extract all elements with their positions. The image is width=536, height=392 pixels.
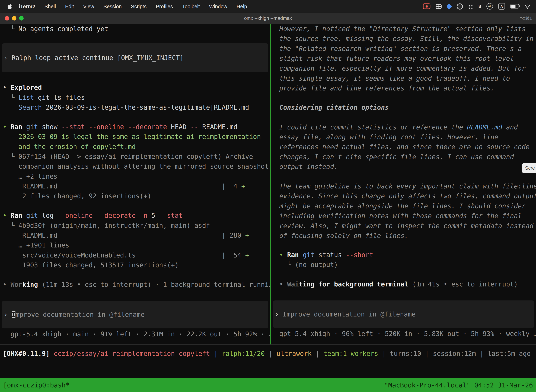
- waiting-indicator: • Waiting for background terminal (1m 41…: [271, 279, 536, 289]
- menu-item-toolbelt[interactable]: Toolbelt: [182, 3, 200, 9]
- terminal-line: including verification notes with those …: [271, 211, 536, 221]
- menu-item-session[interactable]: Session: [103, 3, 122, 9]
- terminal-line: changes, I can't cite specific file line…: [271, 152, 536, 162]
- window-shortcut-badge: ⌥⌘1: [520, 13, 532, 24]
- terminal-line: and-the-erosion-of-copyleft.md: [0, 142, 270, 152]
- terminal-line: of focusing solely on file lines.: [271, 231, 536, 241]
- raycast-icon[interactable]: [446, 3, 452, 9]
- agent-pane-right: However, I noticed the "Directory Struct…: [271, 24, 536, 344]
- spacer: [271, 270, 536, 279]
- terminal-line: the source tree, missing the essay. Stil…: [271, 34, 536, 44]
- terminal-line: • Explored: [0, 83, 270, 92]
- terminal-line: └ 067f154 (HEAD -> essay/ai-reimplementa…: [0, 152, 270, 161]
- window-title-bar: omx --xhigh --madmax ⌥⌘1: [0, 13, 536, 24]
- terminal-line: README.md | 280 +: [0, 230, 270, 240]
- tmux-status-bar: [omx-cczip0:bash* "MacBook-Pro-44.local"…: [0, 378, 536, 392]
- terminal-line: review. Also, I might want to inspect th…: [271, 221, 536, 231]
- spacer: [0, 34, 270, 43]
- spacer: [271, 172, 536, 181]
- close-button[interactable]: [5, 16, 9, 20]
- menu-item-help[interactable]: Help: [237, 3, 247, 9]
- zoom-button[interactable]: [19, 16, 24, 20]
- spacer: [0, 289, 270, 301]
- session-status-left: gpt-5.4 xhigh · main · 91% left · 2.31M …: [0, 329, 270, 339]
- spacer: [271, 289, 536, 300]
- terminal-line: slight risk that future readers may over…: [271, 54, 536, 63]
- agent-pane-left: └ No agents completed yet› Ralph loop ac…: [0, 24, 270, 344]
- battery-fill: [511, 5, 515, 8]
- spacer: [271, 112, 536, 122]
- battery-gauge-icon[interactable]: 61: [486, 3, 493, 9]
- screen: iTerm2ShellEditViewSessionScriptsProfile…: [0, 0, 536, 392]
- command-input-right[interactable]: › Improve documentation in @filename: [273, 300, 534, 328]
- terminal-line: └ List git ls-files: [0, 93, 270, 103]
- battery-nub: [519, 5, 520, 7]
- terminal-line: … +2 lines: [0, 171, 270, 181]
- terminal-line: provide file and line references from th…: [271, 83, 536, 93]
- spacer: [0, 112, 270, 122]
- battery-gauge-value: 61: [488, 5, 491, 8]
- terminal-line: this single essay, it seems like a good …: [271, 73, 536, 83]
- terminal-line: README.md | 4 +: [0, 181, 270, 191]
- terminal-line: references need actual files, and since …: [271, 142, 536, 152]
- menu-status-icons: 8 61 A: [423, 3, 531, 9]
- menu-item-edit[interactable]: Edit: [65, 3, 74, 9]
- terminal-line: The team guideline is to back every impo…: [271, 181, 536, 191]
- wifi-icon[interactable]: [524, 4, 531, 9]
- omx-status-bar: [OMX#0.11.9] cczip/essay/ai-reimplementa…: [3, 349, 531, 359]
- tmux-session-name: [omx-cczip0:bash*: [3, 378, 69, 392]
- pane-divider[interactable]: [270, 24, 271, 344]
- menu-item-iterm2[interactable]: iTerm2: [19, 3, 35, 9]
- menu-item-scripts[interactable]: Scripts: [131, 3, 147, 9]
- menu-bar: iTerm2ShellEditViewSessionScriptsProfile…: [0, 0, 536, 13]
- terminal-line: essay file, along with finding root file…: [271, 132, 536, 142]
- terminal-line: • Ran git status --short: [271, 250, 536, 260]
- disc-icon[interactable]: [457, 3, 463, 9]
- working-indicator: • Working (11m 13s • esc to interrupt) ·…: [0, 280, 270, 289]
- tmux-host-clock: "MacBook-Pro-44.local" 04:52 31-Mar-26: [384, 378, 533, 392]
- terminal-line: └ No agents completed yet: [0, 24, 270, 34]
- menu-item-profiles[interactable]: Profiles: [156, 3, 173, 9]
- spacer: [0, 201, 270, 210]
- terminal-line: Search 2026-03-09-is-legal-the-same-as-l…: [0, 103, 270, 112]
- terminal-line: └ 4b9d30f (origin/main, instructkr/main,…: [0, 221, 270, 230]
- terminal-line: 2026-03-09-is-legal-the-same-as-legitima…: [0, 132, 270, 142]
- terminal-line: might be acceptable alongside the file l…: [271, 201, 536, 211]
- menu-item-shell[interactable]: Shell: [44, 3, 56, 9]
- spacer: [0, 72, 270, 83]
- terminal-line: 1903 files changed, 513517 insertions(+): [0, 260, 270, 270]
- screen-recording-icon[interactable]: [423, 3, 430, 9]
- apple-menu-icon[interactable]: [7, 3, 12, 9]
- grid-icon[interactable]: [436, 4, 442, 9]
- stats-icon[interactable]: 8: [479, 4, 481, 9]
- traffic-lights: [5, 16, 24, 20]
- terminal-line: companion analysis without altering the …: [0, 161, 270, 171]
- window-title: omx --xhigh --madmax: [0, 13, 536, 24]
- menu-item-window[interactable]: Window: [209, 3, 227, 9]
- minimize-button[interactable]: [12, 16, 16, 20]
- record-dot-icon: [426, 5, 428, 7]
- battery-icon[interactable]: [510, 4, 519, 9]
- terminal-line: evidence. Since this change only affects…: [271, 191, 536, 201]
- terminal-line: output instead.: [271, 162, 536, 172]
- terminal-line: However, I noticed the "Directory Struct…: [271, 24, 536, 34]
- screen-share-button[interactable]: Scre: [522, 163, 536, 173]
- terminal-line: the "Related research writing" section i…: [271, 44, 536, 54]
- terminal-line: 2 files changed, 92 insertions(+): [0, 191, 270, 201]
- menu-item-view[interactable]: View: [83, 3, 94, 9]
- terminal-line: … +1901 lines: [0, 240, 270, 250]
- spacer: [0, 270, 270, 280]
- spacer: [271, 241, 536, 250]
- status-divider: [0, 344, 536, 345]
- terminal-line: └ (no output): [271, 260, 536, 270]
- ralph-loop-banner: › Ralph loop active continue [OMX_TMUX_I…: [2, 43, 268, 72]
- command-input-left[interactable]: › Improve documentation in @filename: [2, 301, 268, 328]
- terminal: └ No agents completed yet› Ralph loop ac…: [0, 24, 536, 392]
- terminal-line: companion file, especially if more comme…: [271, 64, 536, 73]
- menu-items: iTerm2ShellEditViewSessionScriptsProfile…: [12, 3, 247, 9]
- app-grid-icon[interactable]: [468, 4, 473, 9]
- input-source-icon[interactable]: A: [498, 3, 505, 9]
- terminal-line: • Ran git show --stat --oneline --decora…: [0, 122, 270, 132]
- spacer: [271, 93, 536, 103]
- terminal-line: • Ran git log --oneline --decorate -n 5 …: [0, 210, 270, 220]
